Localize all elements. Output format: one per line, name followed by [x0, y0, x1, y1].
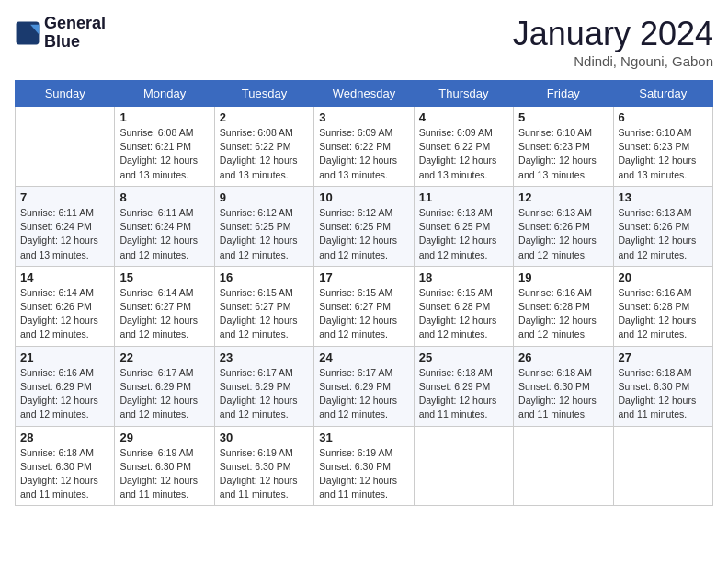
- calendar-cell: 13Sunrise: 6:13 AMSunset: 6:26 PMDayligh…: [613, 186, 712, 266]
- week-row-2: 7Sunrise: 6:11 AMSunset: 6:24 PMDaylight…: [16, 186, 713, 266]
- day-info: Sunrise: 6:11 AMSunset: 6:24 PMDaylight:…: [20, 206, 109, 262]
- calendar-cell: 11Sunrise: 6:13 AMSunset: 6:25 PMDayligh…: [414, 186, 513, 266]
- calendar-cell: 2Sunrise: 6:08 AMSunset: 6:22 PMDaylight…: [214, 107, 313, 187]
- day-number: 18: [419, 270, 508, 284]
- day-number: 8: [119, 190, 209, 204]
- day-info: Sunrise: 6:13 AMSunset: 6:25 PMDaylight:…: [419, 206, 508, 262]
- week-row-1: 1Sunrise: 6:08 AMSunset: 6:21 PMDaylight…: [16, 107, 713, 187]
- day-header-friday: Friday: [514, 81, 613, 107]
- day-info: Sunrise: 6:15 AMSunset: 6:28 PMDaylight:…: [419, 286, 508, 342]
- calendar-cell: 7Sunrise: 6:11 AMSunset: 6:24 PMDaylight…: [16, 186, 115, 266]
- day-number: 21: [20, 350, 109, 364]
- day-number: 19: [518, 270, 608, 284]
- day-number: 7: [20, 190, 109, 204]
- day-number: 16: [220, 270, 309, 284]
- day-info: Sunrise: 6:18 AMSunset: 6:30 PMDaylight:…: [518, 366, 608, 422]
- calendar-cell: 17Sunrise: 6:15 AMSunset: 6:27 PMDayligh…: [314, 266, 414, 346]
- header-row: SundayMondayTuesdayWednesdayThursdayFrid…: [16, 81, 713, 107]
- calendar-cell: 28Sunrise: 6:18 AMSunset: 6:30 PMDayligh…: [16, 426, 115, 506]
- logo-icon: [15, 20, 40, 46]
- calendar-cell: 15Sunrise: 6:14 AMSunset: 6:27 PMDayligh…: [115, 266, 214, 346]
- day-info: Sunrise: 6:16 AMSunset: 6:28 PMDaylight:…: [518, 286, 608, 342]
- day-header-thursday: Thursday: [414, 81, 513, 107]
- calendar-cell: 10Sunrise: 6:12 AMSunset: 6:25 PMDayligh…: [314, 186, 414, 266]
- day-number: 13: [619, 190, 708, 204]
- day-number: 20: [619, 270, 708, 284]
- day-info: Sunrise: 6:12 AMSunset: 6:25 PMDaylight:…: [319, 206, 408, 262]
- day-number: 6: [619, 110, 708, 124]
- day-info: Sunrise: 6:19 AMSunset: 6:30 PMDaylight:…: [319, 446, 408, 502]
- day-number: 31: [319, 431, 408, 444]
- day-number: 14: [20, 270, 109, 284]
- calendar-cell: 16Sunrise: 6:15 AMSunset: 6:27 PMDayligh…: [214, 266, 313, 346]
- day-info: Sunrise: 6:10 AMSunset: 6:23 PMDaylight:…: [619, 126, 708, 182]
- day-number: 3: [319, 110, 408, 124]
- page-header: General Blue January 2024 Ndindi, Ngouni…: [15, 15, 713, 69]
- calendar-cell: 23Sunrise: 6:17 AMSunset: 6:29 PMDayligh…: [214, 346, 313, 426]
- calendar-cell: [16, 107, 115, 187]
- day-info: Sunrise: 6:08 AMSunset: 6:22 PMDaylight:…: [220, 126, 309, 182]
- day-number: 23: [220, 350, 309, 364]
- calendar-cell: 29Sunrise: 6:19 AMSunset: 6:30 PMDayligh…: [115, 426, 214, 506]
- calendar-cell: [514, 426, 613, 506]
- calendar-header: SundayMondayTuesdayWednesdayThursdayFrid…: [16, 81, 713, 107]
- day-info: Sunrise: 6:13 AMSunset: 6:26 PMDaylight:…: [619, 206, 708, 262]
- day-info: Sunrise: 6:16 AMSunset: 6:28 PMDaylight:…: [619, 286, 708, 342]
- day-info: Sunrise: 6:08 AMSunset: 6:21 PMDaylight:…: [119, 126, 209, 182]
- day-info: Sunrise: 6:19 AMSunset: 6:30 PMDaylight:…: [119, 446, 209, 502]
- day-number: 24: [319, 350, 408, 364]
- calendar-cell: 18Sunrise: 6:15 AMSunset: 6:28 PMDayligh…: [414, 266, 513, 346]
- day-number: 12: [518, 190, 608, 204]
- day-number: 2: [220, 110, 309, 124]
- calendar-cell: 21Sunrise: 6:16 AMSunset: 6:29 PMDayligh…: [16, 346, 115, 426]
- calendar-cell: 6Sunrise: 6:10 AMSunset: 6:23 PMDaylight…: [613, 107, 712, 187]
- logo: General Blue: [15, 15, 106, 52]
- day-number: 4: [419, 110, 508, 124]
- title-block: January 2024 Ndindi, Ngouni, Gabon: [513, 15, 713, 69]
- week-row-5: 28Sunrise: 6:18 AMSunset: 6:30 PMDayligh…: [16, 426, 713, 506]
- calendar-cell: [613, 426, 712, 506]
- calendar-body: 1Sunrise: 6:08 AMSunset: 6:21 PMDaylight…: [16, 107, 713, 506]
- calendar-cell: 30Sunrise: 6:19 AMSunset: 6:30 PMDayligh…: [214, 426, 313, 506]
- day-info: Sunrise: 6:19 AMSunset: 6:30 PMDaylight:…: [220, 446, 309, 502]
- week-row-3: 14Sunrise: 6:14 AMSunset: 6:26 PMDayligh…: [16, 266, 713, 346]
- calendar-cell: 5Sunrise: 6:10 AMSunset: 6:23 PMDaylight…: [514, 107, 613, 187]
- day-number: 25: [419, 350, 508, 364]
- day-info: Sunrise: 6:15 AMSunset: 6:27 PMDaylight:…: [220, 286, 309, 342]
- day-number: 30: [220, 431, 309, 444]
- calendar-cell: 4Sunrise: 6:09 AMSunset: 6:22 PMDaylight…: [414, 107, 513, 187]
- calendar-cell: 12Sunrise: 6:13 AMSunset: 6:26 PMDayligh…: [514, 186, 613, 266]
- calendar-cell: 9Sunrise: 6:12 AMSunset: 6:25 PMDaylight…: [214, 186, 313, 266]
- calendar-cell: 8Sunrise: 6:11 AMSunset: 6:24 PMDaylight…: [115, 186, 214, 266]
- day-info: Sunrise: 6:09 AMSunset: 6:22 PMDaylight:…: [319, 126, 408, 182]
- day-info: Sunrise: 6:10 AMSunset: 6:23 PMDaylight:…: [518, 126, 608, 182]
- month-title: January 2024: [513, 15, 713, 53]
- day-number: 15: [119, 270, 209, 284]
- logo-line2: Blue: [44, 33, 106, 52]
- day-number: 10: [319, 190, 408, 204]
- logo-line1: General: [44, 15, 106, 33]
- calendar-cell: 27Sunrise: 6:18 AMSunset: 6:30 PMDayligh…: [613, 346, 712, 426]
- calendar-cell: 3Sunrise: 6:09 AMSunset: 6:22 PMDaylight…: [314, 107, 414, 187]
- calendar-cell: 26Sunrise: 6:18 AMSunset: 6:30 PMDayligh…: [514, 346, 613, 426]
- day-number: 5: [518, 110, 608, 124]
- day-info: Sunrise: 6:15 AMSunset: 6:27 PMDaylight:…: [319, 286, 408, 342]
- day-info: Sunrise: 6:18 AMSunset: 6:30 PMDaylight:…: [619, 366, 708, 422]
- calendar-table: SundayMondayTuesdayWednesdayThursdayFrid…: [15, 80, 713, 506]
- day-info: Sunrise: 6:09 AMSunset: 6:22 PMDaylight:…: [419, 126, 508, 182]
- day-info: Sunrise: 6:13 AMSunset: 6:26 PMDaylight:…: [518, 206, 608, 262]
- calendar-cell: 19Sunrise: 6:16 AMSunset: 6:28 PMDayligh…: [514, 266, 613, 346]
- day-info: Sunrise: 6:14 AMSunset: 6:26 PMDaylight:…: [20, 286, 109, 342]
- calendar-cell: [414, 426, 513, 506]
- day-header-wednesday: Wednesday: [314, 81, 414, 107]
- location: Ndindi, Ngouni, Gabon: [513, 53, 713, 69]
- day-number: 11: [419, 190, 508, 204]
- calendar-cell: 14Sunrise: 6:14 AMSunset: 6:26 PMDayligh…: [16, 266, 115, 346]
- day-info: Sunrise: 6:17 AMSunset: 6:29 PMDaylight:…: [119, 366, 209, 422]
- calendar-cell: 24Sunrise: 6:17 AMSunset: 6:29 PMDayligh…: [314, 346, 414, 426]
- day-number: 26: [518, 350, 608, 364]
- day-number: 27: [619, 350, 708, 364]
- day-header-saturday: Saturday: [613, 81, 712, 107]
- day-header-monday: Monday: [115, 81, 214, 107]
- day-info: Sunrise: 6:12 AMSunset: 6:25 PMDaylight:…: [220, 206, 309, 262]
